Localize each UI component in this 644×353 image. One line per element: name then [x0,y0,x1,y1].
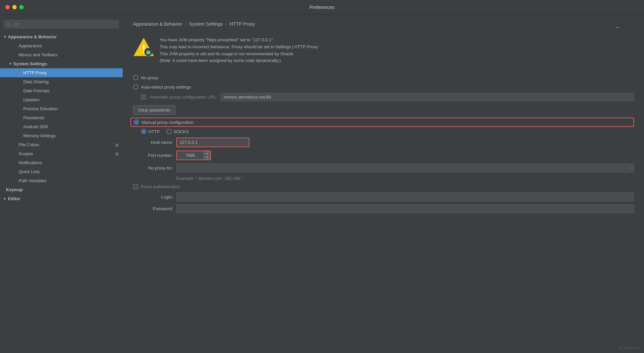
auto-detect-option[interactable]: Auto-detect proxy settings [133,82,634,92]
auto-url-input[interactable] [221,93,634,101]
sidebar-item-notifications[interactable]: Notifications [0,158,123,167]
hostname-input[interactable] [176,138,249,147]
password-input[interactable] [176,204,634,213]
sidebar-section-label: Appearance & Behavior [8,34,57,39]
sidebar-section-label: Keymap [6,187,23,192]
auto-detect-label: Auto-detect proxy settings [141,85,191,90]
svg-rect-6 [147,51,150,52]
http-label: HTTP [148,129,160,134]
close-button[interactable] [5,5,10,9]
spinner-down-icon[interactable]: ▼ [204,156,210,160]
window-title: Preferences [309,5,334,10]
window-controls [5,5,24,9]
port-spinner[interactable]: ▲ ▼ [204,151,210,160]
login-row: Login: [133,192,634,201]
watermark: @Eveweiscsd [618,346,641,350]
no-proxy-radio[interactable] [133,75,138,80]
http-radio-option[interactable]: HTTP [141,129,160,134]
proxy-auth-checkbox[interactable] [133,184,138,189]
clear-passwords-button[interactable]: Clear passwords [133,105,175,115]
breadcrumb-part-3: HTTP Proxy [230,21,255,27]
breadcrumb-separator: › [226,21,227,27]
warning-text: You have JVM property "https.proxyHost" … [160,37,318,64]
sidebar-item-updates[interactable]: Updates [0,95,123,104]
svg-rect-3 [146,51,150,54]
minimize-button[interactable] [12,5,17,9]
password-row: Password: [133,204,634,213]
sidebar-item-passwords[interactable]: Passwords [0,113,123,122]
expand-icon[interactable]: ⤢ [629,166,632,171]
manual-proxy-label: Manual proxy configuration [142,120,194,125]
auto-detect-radio[interactable] [133,84,138,90]
sidebar-item-menus-toolbars[interactable]: Menus and Toolbars [0,50,123,59]
sidebar-item-appearance-behavior[interactable]: ▾ Appearance & Behavior [0,32,123,41]
sidebar-item-keymap[interactable]: Keymap [0,185,123,194]
sidebar-section-label: System Settings [13,61,47,66]
spinner-up-icon[interactable]: ▲ [204,151,210,156]
file-colors-icon: ▣ [115,143,119,147]
breadcrumb: Appearance & Behavior › System Settings … [133,21,255,27]
example-text: Example: *.domain.com, 192.168.* [176,176,634,181]
sidebar-item-memory-settings[interactable]: Memory Settings [0,131,123,140]
hostname-label: Host name: [133,140,173,145]
proxy-auth-label: Proxy authentication [141,184,180,189]
no-proxy-input-container: ⤢ [176,164,634,173]
breadcrumb-part-1: Appearance & Behavior [133,21,182,27]
scopes-icon: ▣ [115,152,119,156]
no-proxy-label: No proxy [141,75,158,80]
warning-icon: ! [133,37,154,59]
sidebar-item-android-sdk[interactable]: Android SDK [0,122,123,131]
no-proxy-option[interactable]: No proxy [133,73,634,82]
preferences-window: Preferences Q↓ ▾ Appearance & Behavior A… [0,0,644,353]
sidebar: Q↓ ▾ Appearance & Behavior Appearance Me… [0,15,123,353]
sidebar-item-process-elevation[interactable]: Process Elevation [0,104,123,113]
main-content: Q↓ ▾ Appearance & Behavior Appearance Me… [0,15,644,353]
navigation-arrows: ← → [613,24,634,31]
port-label: Port number: [133,153,173,158]
chevron-right-icon: ▸ [4,196,6,201]
chevron-down-icon: ▾ [9,62,11,66]
sidebar-item-http-proxy[interactable]: HTTP Proxy [0,68,123,77]
auto-url-checkbox[interactable] [141,95,146,100]
sidebar-item-system-settings[interactable]: ▾ System Settings [0,59,123,68]
sidebar-item-data-sharing[interactable]: Data Sharing [0,77,123,86]
chevron-down-icon: ▾ [4,35,6,39]
port-input[interactable] [177,151,204,160]
login-input[interactable] [176,192,634,201]
proxy-auth-row[interactable]: Proxy authentication [133,184,634,189]
sidebar-item-editor[interactable]: ▸ Editor [0,194,123,203]
forward-arrow[interactable]: → [625,24,634,31]
password-label: Password: [133,206,173,211]
manual-proxy-option[interactable]: Manual proxy configuration [130,118,634,127]
no-proxy-for-row: No proxy for: ⤢ [133,164,634,173]
protocol-sub-radio: HTTP SOCKS [141,129,634,134]
no-proxy-for-label: No proxy for: [133,166,173,171]
hostname-row: Host name: [133,138,634,147]
title-bar: Preferences [0,0,644,15]
login-label: Login: [133,194,173,199]
search-input[interactable] [14,22,116,27]
manual-proxy-radio[interactable] [134,120,139,125]
sidebar-item-scopes[interactable]: Scopes ▣ [0,149,123,158]
http-radio[interactable] [141,129,146,134]
no-proxy-input[interactable] [176,164,634,173]
auto-url-label: Automatic proxy configuration URL: [149,95,217,100]
port-container: ▲ ▼ [176,151,211,160]
back-arrow[interactable]: ← [613,24,623,31]
port-row: Port number: ▲ ▼ [133,151,634,160]
svg-point-8 [149,52,150,53]
sidebar-section-label: Editor [8,196,21,201]
sidebar-item-quick-lists[interactable]: Quick Lists [0,167,123,176]
breadcrumb-separator: › [185,21,187,27]
warning-box: ! You have JVM property "https.proxyHost… [133,33,634,70]
socks-radio-option[interactable]: SOCKS [166,129,189,134]
sidebar-item-path-variables[interactable]: Path Variables [0,176,123,185]
auto-url-row: Automatic proxy configuration URL: [141,93,634,101]
search-box[interactable]: Q↓ [4,20,119,28]
sidebar-item-date-formats[interactable]: Date Formats [0,86,123,95]
socks-radio[interactable] [166,129,172,134]
sidebar-item-file-colors[interactable]: File Colors ▣ [0,140,123,149]
maximize-button[interactable] [19,5,24,9]
sidebar-item-appearance[interactable]: Appearance [0,41,123,50]
breadcrumb-nav: Appearance & Behavior › System Settings … [133,21,634,33]
